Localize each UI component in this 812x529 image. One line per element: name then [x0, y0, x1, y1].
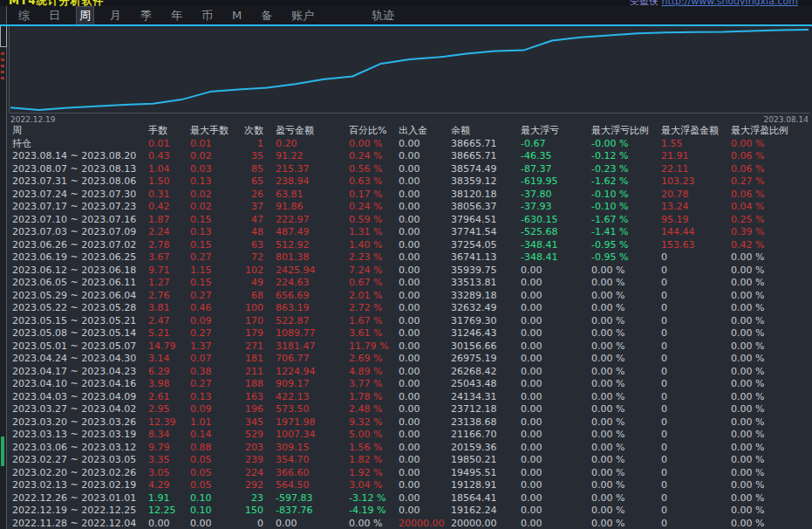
column-header[interactable]: 次数: [232, 125, 269, 138]
table-row[interactable]: 2023.07.24 ~ 2023.07.300.310.022663.810.…: [0, 189, 812, 202]
table-row[interactable]: 2023.06.26 ~ 2023.07.022.780.1563512.921…: [0, 239, 812, 252]
column-header[interactable]: 出入金: [399, 125, 451, 138]
table-cell: 0.00: [521, 518, 591, 529]
scrollbar-thumb[interactable]: [0, 24, 7, 47]
table-row[interactable]: 2023.05.01 ~ 2023.05.0714.791.372713181.…: [0, 340, 812, 354]
table-cell: 2023.06.26 ~ 2023.07.02: [0, 239, 148, 252]
table-cell: 35: [232, 150, 269, 163]
table-row[interactable]: 2023.03.20 ~ 2023.03.2612.391.013451971.…: [0, 416, 812, 429]
column-header[interactable]: 最大浮盈比例: [731, 125, 812, 138]
table-row[interactable]: 2023.08.07 ~ 2023.08.131.040.0385215.370…: [0, 163, 812, 176]
menu-item-track[interactable]: 轨迹: [369, 7, 397, 24]
column-header[interactable]: 周: [0, 125, 148, 138]
column-header[interactable]: 最大浮盈金额: [661, 125, 731, 138]
table-cell: 0: [661, 479, 731, 492]
vendor-link[interactable]: 受盈侠 http://www.shouyingxia.com: [630, 0, 798, 6]
table-cell: 0.00 %: [591, 518, 661, 529]
table-cell: -0.10 %: [591, 189, 661, 202]
table-cell: 33513.81: [451, 277, 521, 290]
table-cell: 0.00: [521, 378, 591, 391]
table-cell: 0.13: [190, 175, 232, 189]
table-cell: 0.00: [148, 518, 190, 529]
table-cell: 0.00: [399, 214, 451, 227]
table-cell: 0.00 %: [731, 454, 812, 467]
column-header[interactable]: 盈亏金额: [269, 125, 349, 138]
table-cell: 0.00: [521, 416, 591, 429]
table-cell: 19128.91: [451, 479, 521, 492]
table-row[interactable]: 2023.07.03 ~ 2023.07.092.240.1348487.491…: [0, 226, 812, 239]
table-cell: 3.35: [148, 454, 190, 467]
table-row[interactable]: 2023.04.03 ~ 2023.04.092.610.13163422.13…: [0, 391, 812, 404]
table-cell: 0.00 %: [731, 290, 812, 303]
table-cell: 0.00 %: [731, 277, 812, 290]
table-cell: 0.27: [190, 378, 232, 391]
table-cell: 0.00: [521, 353, 591, 366]
menu-item-8[interactable]: M: [229, 8, 244, 23]
table-row[interactable]: 2023.05.22 ~ 2023.05.283.810.46100863.19…: [0, 302, 812, 315]
table-cell: 0.15: [190, 239, 232, 252]
table-cell: 68: [232, 290, 269, 303]
table-cell: 0.15: [190, 277, 232, 290]
menu-item-1[interactable]: 综: [16, 7, 32, 24]
column-header[interactable]: 手数: [148, 125, 190, 138]
table-cell: 0: [661, 315, 731, 328]
table-cell: 2.24: [148, 226, 190, 239]
table-cell: 0.00 %: [731, 327, 812, 340]
table-cell: 20159.36: [451, 442, 521, 455]
table-cell: 0.00: [399, 239, 451, 252]
table-row[interactable]: 2023.03.06 ~ 2023.03.129.790.88203309.15…: [0, 442, 812, 455]
menu-item-9[interactable]: 备: [258, 7, 275, 24]
table-cell: 0: [661, 467, 731, 480]
menu-item-5[interactable]: 季: [138, 7, 154, 24]
menu-item-6[interactable]: 年: [168, 7, 185, 24]
table-row[interactable]: 2023.04.10 ~ 2023.04.163.980.27188909.17…: [0, 378, 812, 391]
menu-item-4[interactable]: 月: [107, 7, 124, 24]
menu-item-7[interactable]: 币: [199, 7, 215, 24]
table-row[interactable]: 2023.06.05 ~ 2023.06.111.270.1549224.630…: [0, 277, 812, 290]
table-row[interactable]: 2022.12.19 ~ 2022.12.2512.250.10150-837.…: [0, 505, 812, 518]
table-cell: 23: [232, 492, 269, 505]
table-cell: 345: [232, 416, 269, 429]
table-row[interactable]: 2023.07.31 ~ 2023.08.061.500.1365238.940…: [0, 175, 812, 189]
table-cell: 863.19: [269, 302, 349, 315]
table-row[interactable]: 2023.08.14 ~ 2023.08.200.430.023591.220.…: [0, 150, 812, 163]
table-row[interactable]: 2023.07.17 ~ 2023.07.230.420.023791.860.…: [0, 201, 812, 214]
table-row[interactable]: 2022.12.26 ~ 2023.01.011.910.1023-597.83…: [0, 492, 812, 505]
table-row[interactable]: 持仓0.010.0110.200.00 %0.0038665.71-0.67-0…: [0, 138, 812, 151]
equity-chart-panel: [7, 26, 812, 113]
table-cell: 0.20: [269, 138, 349, 151]
column-header[interactable]: 最大浮亏比例: [591, 125, 661, 138]
table-row[interactable]: 2023.02.13 ~ 2023.02.194.290.05292564.50…: [0, 479, 812, 492]
table-cell: 1.87: [148, 214, 190, 227]
table-cell: 20000.00: [399, 518, 451, 529]
table-cell: 0.00: [399, 429, 451, 442]
table-row[interactable]: 2023.02.27 ~ 2023.03.053.350.05239354.70…: [0, 454, 812, 467]
table-cell: 0.00: [521, 429, 591, 442]
table-row[interactable]: 2023.06.19 ~ 2023.06.253.670.2772801.382…: [0, 251, 812, 264]
column-header[interactable]: 百分比%: [349, 125, 399, 138]
table-row[interactable]: 2023.06.12 ~ 2023.06.189.711.151022425.9…: [0, 264, 812, 278]
table-row[interactable]: 2023.04.17 ~ 2023.04.236.290.382111224.9…: [0, 366, 812, 379]
column-header[interactable]: 余额: [451, 125, 521, 138]
table-cell: 13.24: [661, 201, 731, 214]
vendor-url[interactable]: http://www.shouyingxia.com: [662, 0, 798, 6]
table-cell: 2023.03.20 ~ 2023.03.26: [0, 416, 148, 429]
table-cell: 0.00 %: [731, 378, 812, 391]
menu-item-10[interactable]: 账户: [289, 7, 317, 24]
column-header[interactable]: 最大手数: [190, 125, 232, 138]
table-row[interactable]: 2023.04.24 ~ 2023.04.303.140.07181706.77…: [0, 353, 812, 366]
table-row[interactable]: 2023.07.10 ~ 2023.07.161.870.1547222.970…: [0, 214, 812, 227]
table-cell: 215.37: [269, 163, 349, 176]
menu-item-2[interactable]: 日: [46, 7, 63, 24]
table-cell: -0.12 %: [591, 150, 661, 163]
table-row[interactable]: 2023.05.29 ~ 2023.06.042.760.2768656.692…: [0, 290, 812, 303]
left-scrollbar[interactable]: [0, 6, 7, 529]
table-row[interactable]: 2022.11.28 ~ 2022.12.040.000.0000.000.00…: [0, 518, 812, 529]
column-header[interactable]: 最大浮亏: [521, 125, 591, 138]
menu-item-3[interactable]: 周: [77, 7, 93, 24]
table-row[interactable]: 2023.03.13 ~ 2023.03.198.340.145291007.3…: [0, 429, 812, 442]
table-row[interactable]: 2023.05.15 ~ 2023.05.212.470.09170522.87…: [0, 315, 812, 328]
table-row[interactable]: 2023.03.27 ~ 2023.04.022.950.09196573.50…: [0, 403, 812, 416]
table-row[interactable]: 2023.05.08 ~ 2023.05.145.210.271791089.7…: [0, 327, 812, 340]
table-row[interactable]: 2023.02.20 ~ 2023.02.263.050.05224366.60…: [0, 467, 812, 480]
